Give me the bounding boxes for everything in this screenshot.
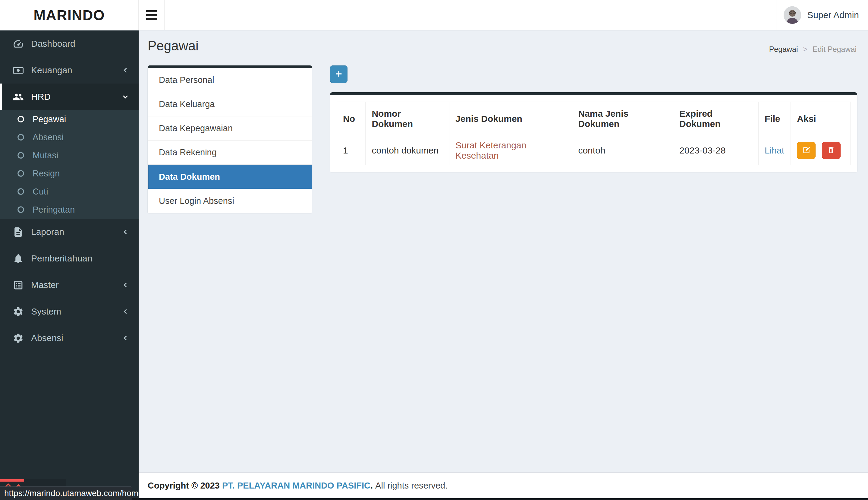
footer-company-link[interactable]: PT. PELAYARAN MARINDO PASIFIC	[222, 481, 370, 490]
table-header-row: No Nomor Dokumen Jenis Dokumen Nama Jeni…	[337, 102, 850, 136]
cell-expired-dokumen: 2023-03-28	[673, 136, 759, 165]
submenu-item-label: Peringatan	[33, 205, 75, 215]
circle-icon	[17, 188, 25, 195]
sidebar-toggle-button[interactable]	[139, 0, 164, 30]
gear-icon	[13, 306, 24, 317]
submenu-item-label: Resign	[33, 169, 60, 179]
user-menu[interactable]: Super Admin	[776, 0, 868, 30]
dokumen-panel: No Nomor Dokumen Jenis Dokumen Nama Jeni…	[330, 66, 857, 172]
chevron-left-icon	[121, 66, 130, 75]
jenis-dokumen-link[interactable]: Surat Keterangan Kesehatan	[455, 140, 526, 160]
sidebar-item-label: System	[31, 306, 61, 317]
breadcrumb-separator: >	[803, 45, 808, 53]
plus-icon	[335, 70, 343, 79]
navbar-spacer	[164, 0, 776, 30]
file-lihat-link[interactable]: Lihat	[765, 145, 784, 155]
breadcrumb: Pegawai > Edit Pegawai	[769, 45, 857, 54]
cell-nama-jenis-dokumen: contoh	[572, 136, 673, 165]
cell-no: 1	[337, 136, 366, 165]
sidebar-item-mutasi[interactable]: Mutasi	[0, 146, 139, 164]
submenu-item-label: Cuti	[33, 187, 48, 197]
col-header-expired-dokumen: Expired Dokumen	[673, 102, 759, 136]
users-icon	[13, 91, 24, 103]
menu-icon	[146, 10, 157, 20]
gear-icon	[13, 333, 24, 344]
table-row: 1 contoh dokumen Surat Keterangan Keseha…	[337, 136, 850, 165]
avatar	[784, 6, 801, 24]
bell-icon	[13, 253, 24, 264]
breadcrumb-current: Edit Pegawai	[812, 45, 857, 53]
sidebar-item-absensi-sub[interactable]: Absensi	[0, 128, 139, 146]
chevron-left-icon	[121, 334, 130, 342]
sidebar-item-dashboard[interactable]: Dashboard	[0, 31, 139, 57]
tab-data-rekening[interactable]: Data Rekening	[148, 140, 312, 164]
footer-dot: .	[370, 481, 373, 490]
footer-rights: All rights reserved.	[375, 481, 448, 490]
circle-icon	[17, 151, 25, 159]
circle-icon	[17, 206, 25, 214]
main-content: Pegawai Pegawai > Edit Pegawai Data Pers…	[139, 31, 868, 472]
tab-data-dokumen[interactable]: Data Dokumen	[148, 164, 312, 189]
sidebar-item-pegawai[interactable]: Pegawai	[0, 110, 139, 128]
sidebar-submenu-hrd: Pegawai Absensi Mutasi Resign Cuti	[0, 110, 139, 219]
circle-icon	[17, 170, 25, 177]
red-bar	[0, 479, 24, 481]
sidebar-item-pemberitahuan[interactable]: Pemberitahuan	[0, 245, 139, 272]
card-top-border	[148, 66, 312, 68]
money-icon	[13, 65, 24, 76]
col-header-nama-jenis-dokumen: Nama Jenis Dokumen	[572, 102, 673, 136]
brand-logo[interactable]: MARINDO	[0, 0, 139, 30]
sidebar: Dashboard Keuangan HRD	[0, 31, 139, 500]
sidebar-item-label: Master	[31, 280, 59, 290]
sidebar-item-peringatan[interactable]: Peringatan	[0, 201, 139, 219]
col-header-nomor-dokumen: Nomor Dokumen	[366, 102, 449, 136]
delete-button[interactable]	[822, 142, 841, 159]
status-url-tooltip: https://marindo.utamaweb.com/home	[0, 486, 132, 500]
circle-icon	[17, 133, 25, 141]
tab-user-login-absensi[interactable]: User Login Absensi	[148, 189, 312, 213]
status-url: https://marindo.utamaweb.com/home	[4, 489, 143, 498]
submenu-item-label: Mutasi	[33, 150, 58, 160]
sidebar-item-absensi[interactable]: Absensi	[0, 325, 139, 351]
sidebar-item-label: Absensi	[31, 333, 63, 343]
chevron-left-icon	[121, 228, 130, 236]
sidebar-item-resign[interactable]: Resign	[0, 164, 139, 182]
tab-data-keluarga[interactable]: Data Keluarga	[148, 92, 312, 116]
cell-aksi	[791, 136, 850, 165]
col-header-jenis-dokumen: Jenis Dokumen	[449, 102, 572, 136]
col-header-aksi: Aksi	[791, 102, 850, 136]
edit-button[interactable]	[797, 142, 815, 159]
screen: MARINDO Super Admin	[0, 0, 868, 500]
sidebar-item-system[interactable]: System	[0, 298, 139, 325]
gauge-icon	[13, 38, 24, 49]
sidebar-item-label: HRD	[31, 92, 51, 102]
sidebar-item-keuangan[interactable]: Keuangan	[0, 57, 139, 83]
chevron-left-icon	[121, 307, 130, 316]
submenu-item-label: Absensi	[33, 133, 63, 142]
page-title: Pegawai	[148, 38, 199, 53]
tab-data-kepegawaian[interactable]: Data Kepegawaian	[148, 116, 312, 140]
content-header: Pegawai Pegawai > Edit Pegawai	[139, 31, 868, 66]
cell-nomor-dokumen: contoh dokumen	[366, 136, 449, 165]
document-icon	[13, 227, 24, 238]
circle-icon	[17, 115, 25, 123]
pegawai-tabs-card: Data Personal Data Keluarga Data Kepegaw…	[148, 66, 312, 213]
col-header-no: No	[337, 102, 366, 136]
chevron-left-icon	[121, 281, 130, 289]
breadcrumb-pegawai[interactable]: Pegawai	[769, 45, 798, 53]
sidebar-item-laporan[interactable]: Laporan	[0, 219, 139, 245]
user-name: Super Admin	[807, 10, 859, 20]
sidebar-item-label: Laporan	[31, 227, 64, 237]
col-header-file: File	[758, 102, 790, 136]
submenu-item-label: Pegawai	[33, 114, 66, 124]
sidebar-item-master[interactable]: Master	[0, 272, 139, 298]
add-dokumen-button[interactable]	[330, 66, 347, 83]
footer-copyright: Copyright © 2023	[148, 481, 222, 490]
sidebar-item-label: Pemberitahuan	[31, 253, 92, 264]
tab-data-personal[interactable]: Data Personal	[148, 68, 312, 92]
list-icon	[13, 280, 24, 291]
dokumen-table: No Nomor Dokumen Jenis Dokumen Nama Jeni…	[337, 102, 850, 165]
top-navbar: MARINDO Super Admin	[0, 0, 868, 31]
sidebar-item-hrd[interactable]: HRD	[0, 83, 139, 110]
sidebar-item-cuti[interactable]: Cuti	[0, 182, 139, 201]
